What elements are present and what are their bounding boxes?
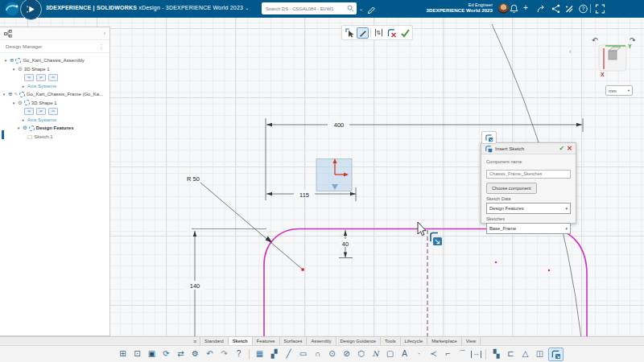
dialog-close-button[interactable]: ✕ bbox=[567, 145, 572, 152]
3ds-compass-logo-icon[interactable] bbox=[4, 1, 20, 17]
tree-item-assembly[interactable]: ▾ ⊕ Go_Kart_Chassis_Assembly bbox=[0, 56, 109, 65]
tree-item-frame[interactable]: ▾ ⊕ ✎ Go_Kart_Chassis_Frame (Go_Ka... bbox=[0, 90, 109, 99]
sketch-data-select[interactable]: Design Features ▾ bbox=[486, 203, 571, 214]
tab-standard[interactable]: Standard bbox=[200, 337, 229, 345]
expander-icon[interactable]: ▸ bbox=[21, 84, 26, 88]
expander-icon[interactable]: ▾ bbox=[2, 92, 6, 97]
tree-structure-icon[interactable] bbox=[4, 30, 12, 38]
exit-sketch-button[interactable] bbox=[386, 27, 398, 39]
arc-3pt-icon[interactable]: ⌒ bbox=[456, 348, 469, 361]
tree-item-3dshape-1[interactable]: ▾ ⚙ 3D Shape 1 bbox=[0, 65, 109, 74]
tab-design-guidance[interactable]: Design Guidance bbox=[336, 337, 381, 345]
tree-item-design-features[interactable]: ▾ ⚙ Design Features bbox=[0, 124, 109, 133]
tab-tools[interactable]: Tools bbox=[381, 337, 401, 345]
import-export-icon[interactable]: ⇄ bbox=[175, 348, 187, 361]
collapse-panel-chevron[interactable]: ‹ bbox=[569, 47, 572, 56]
spline-icon[interactable]: N bbox=[369, 348, 382, 361]
plane-zx-icon[interactable]: zx bbox=[48, 108, 58, 115]
polygon-icon[interactable]: ⬡ bbox=[355, 348, 367, 361]
insert-sketch-tool-button[interactable] bbox=[481, 131, 497, 144]
share-network-icon[interactable] bbox=[551, 4, 561, 14]
xdesign-app-logo-icon[interactable] bbox=[20, 0, 42, 20]
search-icon[interactable] bbox=[347, 5, 354, 12]
exit-sketch-icon bbox=[387, 28, 397, 38]
help-icon[interactable]: ? bbox=[578, 4, 588, 14]
auto-dimension-button[interactable]: ⇅ bbox=[373, 27, 385, 39]
settings-gear-icon[interactable]: ⚙ bbox=[189, 348, 201, 361]
tag-pencil-icon[interactable] bbox=[366, 4, 377, 14]
project-icon[interactable]: ◫ bbox=[534, 348, 546, 361]
search-bar[interactable] bbox=[262, 2, 357, 14]
plane-yz-icon[interactable]: yz bbox=[36, 108, 46, 115]
tab-surfaces[interactable]: Surfaces bbox=[280, 337, 308, 345]
add-plus-icon[interactable]: + bbox=[523, 3, 528, 12]
ellipse-icon[interactable]: ⊘ bbox=[341, 348, 353, 361]
construction-icon[interactable]: ▞ bbox=[268, 348, 280, 361]
expander-icon[interactable]: ▸ bbox=[21, 117, 26, 122]
expander-icon[interactable]: ▾ bbox=[11, 67, 16, 72]
sketches-select[interactable]: Base_Frame ▾ bbox=[486, 223, 571, 234]
save-icon[interactable]: ▣ bbox=[146, 348, 158, 361]
fullscreen-icon[interactable] bbox=[595, 4, 605, 14]
expander-icon[interactable]: ▾ bbox=[16, 125, 21, 130]
plane-yz-icon[interactable]: yz bbox=[36, 74, 46, 81]
dimension-icon[interactable]: ↔ bbox=[471, 351, 481, 358]
expander-icon[interactable]: ▾ bbox=[11, 101, 16, 105]
convert-icon[interactable]: △ bbox=[519, 348, 531, 361]
undo-icon[interactable]: ↶ bbox=[204, 348, 216, 361]
tree-item-axis-systems-2[interactable]: ▸ Axis Systems bbox=[0, 116, 109, 125]
plane-xy-icon[interactable]: xy bbox=[24, 108, 34, 115]
sketch-mode-button[interactable] bbox=[357, 27, 369, 39]
component-icon[interactable]: ⊡ bbox=[131, 348, 143, 361]
replicate-icon[interactable]: ▚ bbox=[490, 348, 502, 361]
notifications-bell-icon[interactable] bbox=[509, 4, 519, 14]
tab-view[interactable]: View bbox=[462, 337, 481, 345]
plane-zx-icon[interactable]: zx bbox=[48, 74, 58, 81]
chevron-down-icon[interactable]: ⌄ bbox=[245, 6, 249, 10]
rectangle-icon[interactable]: ▭ bbox=[297, 348, 309, 361]
collapse-panel-chevron[interactable]: ‹ bbox=[104, 31, 105, 36]
avatar[interactable] bbox=[498, 3, 509, 14]
tab-marketplace[interactable]: Marketplace bbox=[427, 337, 462, 345]
redo-icon[interactable]: ↷ bbox=[218, 348, 230, 361]
dialog-confirm-button[interactable]: ✓ bbox=[559, 145, 565, 152]
tree-item-axis-systems[interactable]: ▸ Axis Systems bbox=[0, 82, 109, 91]
plane-xy-icon[interactable]: xy bbox=[24, 74, 34, 81]
sketch-grid-icon[interactable]: ▦ bbox=[254, 348, 266, 361]
point-icon[interactable]: · bbox=[413, 348, 425, 361]
trim-icon[interactable]: ≺ bbox=[427, 348, 440, 361]
circle-icon[interactable]: ⊙ bbox=[326, 348, 338, 361]
share-forward-icon[interactable] bbox=[536, 4, 547, 14]
tab-features[interactable]: Features bbox=[253, 337, 280, 345]
kebab-menu-icon[interactable]: ⋮ bbox=[99, 43, 104, 49]
expander-icon[interactable]: ▾ bbox=[3, 58, 8, 63]
share-design-icon[interactable]: ⊞ bbox=[117, 348, 129, 361]
select-sketch-button[interactable] bbox=[344, 27, 356, 39]
units-dropdown[interactable]: mm ▾ bbox=[605, 85, 633, 96]
tree-item-sketch-1[interactable]: ▢ Sketch.1 bbox=[0, 133, 109, 142]
arc-icon[interactable]: ∩ bbox=[312, 348, 324, 361]
tab-assembly[interactable]: Assembly bbox=[307, 337, 336, 345]
sync-icon[interactable]: ⟳ bbox=[160, 348, 172, 361]
hamburger-menu-icon[interactable]: ≡ bbox=[193, 337, 196, 345]
tree-item-3dshape-2[interactable]: ▾ ⚙ 3D Shape 1 bbox=[0, 99, 109, 108]
text-icon[interactable]: A bbox=[398, 348, 411, 361]
user-info[interactable]: Ed Engineer 3DEXPERIENCE World 2023 bbox=[427, 2, 493, 13]
offset-icon[interactable]: ⊏ bbox=[505, 348, 517, 361]
component-name-input[interactable] bbox=[486, 170, 571, 179]
search-scope-chevron-icon[interactable]: ⌄ bbox=[359, 6, 363, 11]
help-icon[interactable]: ? bbox=[233, 348, 245, 361]
tab-lifecycle[interactable]: Lifecycle bbox=[401, 337, 428, 345]
choose-component-button[interactable]: Choose component bbox=[486, 183, 537, 194]
view-cube[interactable]: ↶ ↷ Y X bbox=[591, 35, 639, 80]
swym-icon[interactable] bbox=[564, 4, 575, 14]
line-icon[interactable]: ╱ bbox=[283, 348, 295, 361]
fillet-icon[interactable]: ⌐ bbox=[442, 348, 454, 361]
shape-icon: ⚙ bbox=[18, 67, 23, 72]
confirm-sketch-button[interactable] bbox=[398, 27, 411, 39]
search-input[interactable] bbox=[264, 6, 347, 12]
insert-sketch-icon[interactable] bbox=[548, 348, 564, 361]
dialog-titlebar[interactable]: Insert Sketch ✓ ✕ bbox=[481, 143, 576, 154]
slot-icon[interactable]: ▢ bbox=[384, 348, 396, 361]
tab-sketch[interactable]: Sketch bbox=[229, 337, 253, 345]
